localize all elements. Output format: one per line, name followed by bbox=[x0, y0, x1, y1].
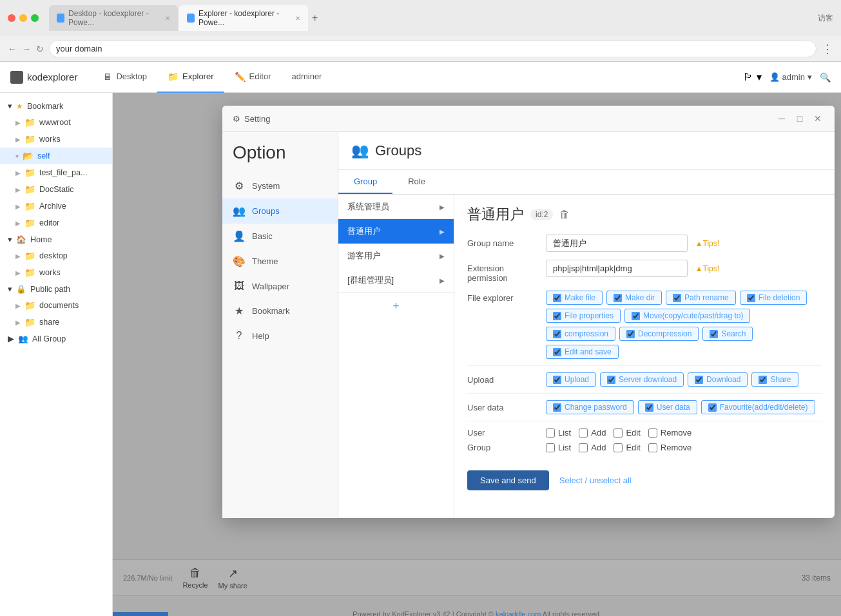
minimize-dot[interactable] bbox=[19, 14, 27, 22]
nav-basic[interactable]: 👤 Basic bbox=[222, 224, 338, 249]
cb-search[interactable] bbox=[710, 330, 718, 338]
cb-edit-save[interactable] bbox=[553, 348, 561, 356]
reload-button[interactable]: ↻ bbox=[36, 44, 44, 54]
perm-download[interactable]: Download bbox=[688, 372, 748, 387]
nav-desktop[interactable]: 🖥 Desktop bbox=[93, 62, 157, 93]
group-item-mgr[interactable]: [群组管理员] ▶ bbox=[338, 268, 454, 293]
nav-explorer[interactable]: 📁 Explorer bbox=[157, 62, 224, 93]
close-dot[interactable] bbox=[8, 14, 15, 22]
public-path-section[interactable]: ▾ 🔒 Public path bbox=[0, 281, 112, 297]
perm-decompression[interactable]: Decompression bbox=[619, 327, 699, 341]
nav-bookmark[interactable]: ★ Bookmark bbox=[222, 298, 338, 323]
sidebar-item-editor[interactable]: ▶ 📁 editor bbox=[0, 215, 112, 231]
search-button[interactable]: 🔍 bbox=[820, 72, 831, 82]
browser-menu-button[interactable]: ⋮ bbox=[822, 42, 833, 56]
nav-system[interactable]: ⚙ System bbox=[222, 173, 338, 198]
forward-button[interactable]: → bbox=[22, 44, 31, 54]
modal-close-button[interactable]: ✕ bbox=[811, 112, 824, 125]
sidebar-item-share[interactable]: ▶ 📁 share bbox=[0, 314, 112, 331]
user-list-perm[interactable]: List bbox=[546, 428, 571, 438]
cb-file-properties[interactable] bbox=[553, 312, 561, 320]
sidebar-item-works-h[interactable]: ▶ 📁 works bbox=[0, 264, 112, 281]
back-button[interactable]: ← bbox=[8, 44, 17, 54]
select-unselect-all-button[interactable]: Select / unselect all bbox=[559, 476, 632, 485]
bookmark-section[interactable]: ▾ ★ Bookmark bbox=[0, 98, 112, 114]
sidebar-item-desktop-h[interactable]: ▶ 📁 desktop bbox=[0, 247, 112, 264]
perm-file-properties[interactable]: File properties bbox=[546, 309, 621, 323]
perm-favourite[interactable]: Favourite(add/edit/delete) bbox=[701, 400, 815, 414]
user-edit-perm[interactable]: Edit bbox=[614, 428, 640, 438]
cb-path-rename[interactable] bbox=[673, 294, 681, 302]
sidebar-item-works[interactable]: ▶ 📁 works bbox=[0, 131, 112, 148]
perm-move[interactable]: Move(copy/cute/past/drag to) bbox=[624, 309, 750, 323]
cb-group-add[interactable] bbox=[579, 443, 588, 452]
nav-wallpaper[interactable]: 🖼 Wallpaper bbox=[222, 274, 338, 298]
cb-group-edit[interactable] bbox=[614, 443, 623, 452]
group-item-normal[interactable]: 普通用户 ▶ bbox=[338, 219, 454, 244]
sidebar-item-documents[interactable]: ▶ 📁 documents bbox=[0, 297, 112, 314]
user-add-perm[interactable]: Add bbox=[579, 428, 606, 438]
tips1-link[interactable]: ▲Tips! bbox=[695, 239, 719, 248]
group-name-input[interactable] bbox=[546, 235, 688, 252]
cb-move[interactable] bbox=[632, 312, 640, 320]
nav-theme[interactable]: 🎨 Theme bbox=[222, 249, 338, 274]
flag-button[interactable]: 🏳 ▾ bbox=[743, 71, 761, 83]
sidebar-item-self[interactable]: ▾ 📂 self bbox=[0, 148, 112, 164]
admin-button[interactable]: 👤 admin ▾ bbox=[769, 72, 812, 82]
cb-user-list[interactable] bbox=[546, 428, 555, 438]
cb-make-dir[interactable] bbox=[614, 294, 622, 302]
perm-upload[interactable]: Upload bbox=[546, 372, 596, 387]
cb-change-pwd[interactable] bbox=[553, 403, 561, 412]
perm-edit-save[interactable]: Edit and save bbox=[546, 345, 619, 359]
browser-tab-1[interactable]: Desktop - kodexplorer - Powe... ✕ bbox=[49, 5, 178, 31]
perm-change-pwd[interactable]: Change password bbox=[546, 400, 634, 414]
perm-server-download[interactable]: Server download bbox=[600, 372, 684, 387]
group-list-perm[interactable]: List bbox=[546, 443, 571, 452]
cb-favourite[interactable] bbox=[708, 403, 717, 412]
perm-make-dir[interactable]: Make dir bbox=[606, 291, 662, 305]
cb-file-deletion[interactable] bbox=[747, 294, 755, 302]
perm-user-data[interactable]: User data bbox=[638, 400, 697, 414]
tips2-link[interactable]: ▲Tips! bbox=[695, 264, 719, 273]
nav-groups[interactable]: 👥 Groups bbox=[222, 198, 338, 224]
cb-download[interactable] bbox=[695, 376, 703, 384]
cb-server-download[interactable] bbox=[607, 376, 615, 384]
address-bar[interactable] bbox=[49, 40, 817, 57]
sidebar-item-wwwroot[interactable]: ▶ 📁 wwwroot bbox=[0, 114, 112, 131]
new-tab-button[interactable]: + bbox=[312, 12, 318, 24]
perm-file-deletion[interactable]: File deletion bbox=[740, 291, 807, 305]
nav-editor[interactable]: ✏️ Editor bbox=[224, 62, 282, 93]
cb-group-remove[interactable] bbox=[648, 443, 657, 452]
save-send-button[interactable]: Save and send bbox=[467, 470, 549, 490]
group-add-button[interactable]: + bbox=[338, 293, 454, 320]
cb-group-list[interactable] bbox=[546, 443, 555, 452]
cb-user-add[interactable] bbox=[579, 428, 588, 438]
perm-compression[interactable]: compression bbox=[546, 327, 615, 341]
cb-user-remove[interactable] bbox=[648, 428, 657, 438]
tab-role[interactable]: Role bbox=[392, 170, 441, 194]
maximize-dot[interactable] bbox=[31, 14, 39, 22]
perm-make-file[interactable]: Make file bbox=[546, 291, 603, 305]
all-group-section[interactable]: ▶ 👥 All Group bbox=[0, 331, 112, 347]
modal-maximize-button[interactable]: □ bbox=[793, 112, 806, 125]
sidebar-item-test[interactable]: ▶ 📁 test_file_pa... bbox=[0, 164, 112, 181]
perm-path-rename[interactable]: Path rename bbox=[666, 291, 736, 305]
group-item-sysadmin[interactable]: 系统管理员 ▶ bbox=[338, 195, 454, 219]
user-remove-perm[interactable]: Remove bbox=[648, 428, 691, 438]
cb-share[interactable] bbox=[759, 376, 767, 384]
group-item-guest[interactable]: 游客用户 ▶ bbox=[338, 244, 454, 268]
browser-tab-2[interactable]: Explorer - kodexplorer - Powe... ✕ bbox=[179, 5, 308, 31]
tab1-close[interactable]: ✕ bbox=[165, 15, 170, 22]
group-delete-button[interactable]: 🗑 bbox=[559, 209, 570, 220]
cb-upload[interactable] bbox=[553, 376, 561, 384]
cb-user-data[interactable] bbox=[645, 403, 653, 412]
cb-make-file[interactable] bbox=[553, 294, 561, 302]
cb-decompression[interactable] bbox=[626, 330, 635, 338]
group-edit-perm[interactable]: Edit bbox=[614, 443, 640, 452]
sidebar-item-archive[interactable]: ▶ 📁 Archive bbox=[0, 198, 112, 215]
extension-input[interactable] bbox=[546, 260, 688, 277]
tab2-close[interactable]: ✕ bbox=[295, 15, 300, 22]
cb-compression[interactable] bbox=[553, 330, 561, 338]
group-remove-perm[interactable]: Remove bbox=[648, 443, 691, 452]
nav-adminer[interactable]: adminer bbox=[281, 62, 332, 93]
